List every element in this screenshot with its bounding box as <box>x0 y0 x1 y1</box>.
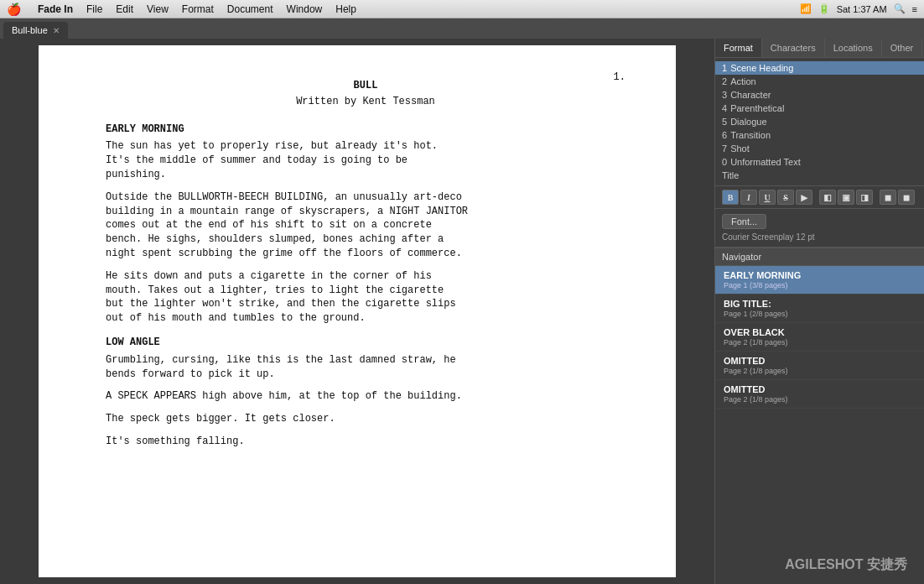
format-list: 1 Scene Heading 2 Action 3 Character 4 P… <box>715 58 924 185</box>
tab-characters[interactable]: Characters <box>762 39 825 57</box>
nav-item-big-title[interactable]: BIG TITLE: Page 1 (2/8 pages) <box>715 295 924 323</box>
format-label-transition: Transition <box>730 130 771 140</box>
clock: Sat 1:37 AM <box>837 4 887 14</box>
format-item-dialogue[interactable]: 5 Dialogue <box>715 115 924 128</box>
action-2: Outside the BULLWORTH-BEECH BUILDING, an… <box>106 190 626 261</box>
nav-title-omitted-1: OMITTED <box>724 356 916 366</box>
format-item-parenthetical[interactable]: 4 Parenthetical <box>715 102 924 115</box>
format-item-unformatted[interactable]: 0 Unformatted Text <box>715 155 924 169</box>
font-section: Font... Courier Screenplay 12 pt <box>715 208 924 247</box>
format-label-character: Character <box>730 90 771 100</box>
nav-page-big-title: Page 1 (2/8 pages) <box>724 310 916 318</box>
navigator-header: Navigator <box>715 248 924 266</box>
wifi-icon: 📶 <box>800 3 812 14</box>
script-page[interactable]: 1. BULL Written by Kent Tessman EARLY MO… <box>39 45 676 577</box>
menubar-file[interactable]: File <box>86 3 102 15</box>
page-number: 1. <box>614 70 626 85</box>
nav-page-over-black: Page 2 (1/8 pages) <box>724 338 916 347</box>
align-left-button[interactable]: ◧ <box>819 190 836 205</box>
format-item-shot[interactable]: 7 Shot <box>715 142 924 155</box>
script-byline: Written by Kent Tessman <box>106 95 626 109</box>
format-num-7: 7 <box>722 143 727 154</box>
format-num-5: 5 <box>722 117 727 127</box>
nav-item-omitted-2[interactable]: OMITTED Page 2 (1/8 pages) <box>715 380 924 409</box>
panel-tabs: Format Characters Locations Other <box>715 39 924 58</box>
align-center-button[interactable]: ▣ <box>838 190 854 205</box>
tabbar: Bull-blue ✕ <box>0 18 924 39</box>
scene-heading-low-angle: LOW ANGLE <box>106 336 626 350</box>
action-7: It's something falling. <box>106 435 626 449</box>
format-num-6: 6 <box>722 130 727 140</box>
font-button[interactable]: Font... <box>722 214 766 229</box>
tab-label: Bull-blue <box>12 25 48 35</box>
menubar-view[interactable]: View <box>147 3 169 15</box>
nav-page-omitted-1: Page 2 (1/8 pages) <box>724 367 916 375</box>
format-label-action: Action <box>730 76 756 86</box>
format-item-scene-heading[interactable]: 1 Scene Heading <box>715 61 924 75</box>
tab-bull-blue[interactable]: Bull-blue ✕ <box>3 22 68 39</box>
menubar-help[interactable]: Help <box>335 3 356 15</box>
format-panel: Format Characters Locations Other 1 Scen… <box>715 39 924 248</box>
tab-locations[interactable]: Locations <box>825 39 882 57</box>
format-num-3: 3 <box>722 90 727 100</box>
format-extra-1[interactable]: ◼ <box>880 190 896 205</box>
format-num-2: 2 <box>722 76 727 86</box>
format-label-title: Title <box>722 170 739 180</box>
nav-title-over-black: OVER BLACK <box>724 327 916 337</box>
action-5: A SPECK APPEARS high above him, at the t… <box>106 389 626 404</box>
format-label-unformatted: Unformatted Text <box>730 157 801 167</box>
tab-other[interactable]: Other <box>882 39 923 57</box>
script-title: BULL <box>106 79 626 93</box>
action-6: The speck gets bigger. It gets closer. <box>106 412 626 426</box>
menubar: 🍎 Fade In File Edit View Format Document… <box>0 0 924 18</box>
format-label-dialogue: Dialogue <box>730 117 766 127</box>
main-layout: 1. BULL Written by Kent Tessman EARLY MO… <box>0 39 924 584</box>
list-icon[interactable]: ≡ <box>912 4 917 14</box>
strikethrough-button[interactable]: S <box>777 190 794 205</box>
search-icon[interactable]: 🔍 <box>894 3 906 14</box>
nav-title-early-morning: EARLY MORNING <box>724 270 916 280</box>
format-num-0: 0 <box>722 157 727 167</box>
play-button[interactable]: ▶ <box>796 190 812 205</box>
nav-list: EARLY MORNING Page 1 (3/8 pages) BIG TIT… <box>715 266 924 581</box>
nav-item-early-morning[interactable]: EARLY MORNING Page 1 (3/8 pages) <box>715 266 924 295</box>
script-area: 1. BULL Written by Kent Tessman EARLY MO… <box>0 39 714 584</box>
nav-title-omitted-2: OMITTED <box>724 384 916 394</box>
nav-title-big-title: BIG TITLE: <box>724 299 916 309</box>
menubar-edit[interactable]: Edit <box>116 3 133 15</box>
action-3: He sits down and puts a cigarette in the… <box>106 269 626 326</box>
format-item-character[interactable]: 3 Character <box>715 88 924 102</box>
format-extra-2[interactable]: ◼ <box>898 190 915 205</box>
navigator-panel: Navigator EARLY MORNING Page 1 (3/8 page… <box>715 248 924 584</box>
right-panel: Format Characters Locations Other 1 Scen… <box>714 39 924 584</box>
format-label-scene-heading: Scene Heading <box>730 63 793 73</box>
italic-button[interactable]: I <box>740 190 757 205</box>
underline-button[interactable]: U <box>759 190 776 205</box>
nav-page-omitted-2: Page 2 (1/8 pages) <box>724 395 916 404</box>
apple-menu[interactable]: 🍎 <box>7 3 21 16</box>
format-item-action[interactable]: 2 Action <box>715 75 924 88</box>
font-name-label: Courier Screenplay 12 pt <box>722 232 917 242</box>
menubar-document[interactable]: Document <box>227 3 273 15</box>
format-item-title[interactable]: Title <box>715 169 924 182</box>
nav-item-over-black[interactable]: OVER BLACK Page 2 (1/8 pages) <box>715 323 924 352</box>
format-num-4: 4 <box>722 103 727 113</box>
menubar-status: 📶 🔋 Sat 1:37 AM 🔍 ≡ <box>800 3 917 14</box>
format-toolbar: B I U S ▶ ◧ ▣ ◨ ◼ ◼ <box>715 185 924 208</box>
format-num-1: 1 <box>722 63 727 73</box>
nav-page-early-morning: Page 1 (3/8 pages) <box>724 281 916 289</box>
action-4: Grumbling, cursing, like this is the las… <box>106 353 626 382</box>
nav-item-omitted-1[interactable]: OMITTED Page 2 (1/8 pages) <box>715 352 924 380</box>
format-label-parenthetical: Parenthetical <box>730 103 784 113</box>
battery-icon: 🔋 <box>818 3 830 14</box>
action-1: The sun has yet to properly rise, but al… <box>106 139 626 181</box>
menubar-format[interactable]: Format <box>182 3 214 15</box>
menubar-appname[interactable]: Fade In <box>38 3 73 15</box>
tab-format[interactable]: Format <box>715 39 762 57</box>
bold-button[interactable]: B <box>722 190 739 205</box>
format-label-shot: Shot <box>730 143 750 154</box>
menubar-window[interactable]: Window <box>287 3 323 15</box>
format-item-transition[interactable]: 6 Transition <box>715 128 924 142</box>
align-right-button[interactable]: ◨ <box>856 190 873 205</box>
tab-close-button[interactable]: ✕ <box>53 26 60 35</box>
